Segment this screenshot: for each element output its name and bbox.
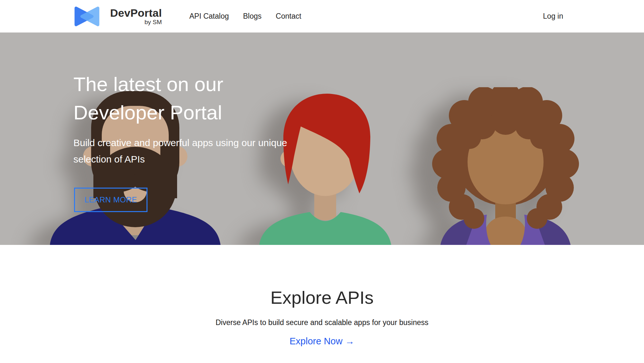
explore-now-label: Explore Now	[289, 336, 342, 346]
hero-subtitle: Build creative and powerful apps using o…	[73, 135, 337, 167]
hero-content: The latest on ourDeveloper Portal Build …	[73, 33, 337, 212]
nav-link-contact[interactable]: Contact	[276, 12, 301, 21]
hero-subtitle-line1: Build creative and powerful apps using o…	[73, 137, 287, 148]
arrow-right-icon: →	[345, 336, 355, 346]
brand-byline: by SM	[145, 19, 162, 26]
nav-link-blogs[interactable]: Blogs	[243, 12, 262, 21]
brand-name: DevPortal	[110, 7, 162, 19]
devportal-logo-icon	[73, 6, 100, 27]
hero-title: The latest on ourDeveloper Portal	[73, 33, 337, 127]
hero-title-line1: The latest on our	[73, 73, 223, 95]
curly-haired-woman-avatar	[428, 87, 583, 245]
hero-title-line2: Developer Portal	[73, 101, 222, 124]
login-link[interactable]: Log in	[543, 0, 563, 33]
learn-more-button[interactable]: LEARN MORE	[74, 188, 147, 212]
brand-text: DevPortal by SM	[110, 7, 162, 26]
explore-title: Explore APIs	[0, 287, 644, 308]
explore-apis-section: Explore APIs Diverse APIs to build secur…	[0, 245, 644, 347]
hero-subtitle-line2: selection of APIs	[73, 154, 145, 164]
top-navbar: DevPortal by SM API Catalog Blogs Contac…	[0, 0, 644, 33]
explore-subtitle: Diverse APIs to build secure and scalabl…	[0, 318, 644, 327]
devportal-landing-page: DevPortal by SM API Catalog Blogs Contac…	[0, 0, 644, 363]
main-nav: API Catalog Blogs Contact	[189, 0, 301, 33]
explore-now-link[interactable]: Explore Now →	[289, 335, 354, 347]
hero-section: The latest on ourDeveloper Portal Build …	[0, 33, 644, 245]
nav-link-api-catalog[interactable]: API Catalog	[189, 12, 229, 21]
brand-home-link[interactable]: DevPortal by SM	[73, 0, 162, 33]
